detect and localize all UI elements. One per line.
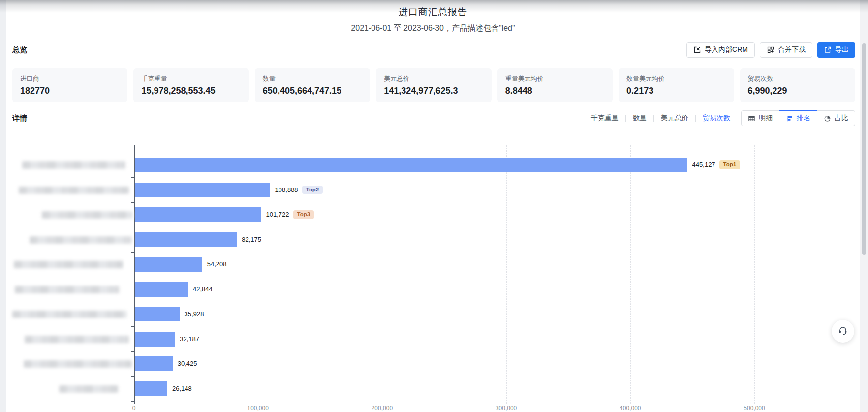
bar[interactable] xyxy=(135,307,180,321)
bar[interactable] xyxy=(135,356,173,371)
report-subtitle: 2021-06-01 至 2023-06-30，产品描述包含"led" xyxy=(6,23,860,33)
bar-value-number: 54,208 xyxy=(207,257,227,272)
bar-value-label: 82,175 xyxy=(242,232,261,247)
bar[interactable] xyxy=(135,257,202,272)
pie-icon xyxy=(824,115,831,122)
bar[interactable] xyxy=(135,282,188,297)
category-label-redacted xyxy=(15,286,119,293)
metric-tab-weight-kg[interactable]: 千克重量 xyxy=(591,114,619,123)
view-button-ranking[interactable]: 排名 xyxy=(779,110,817,126)
bar-value-label: 101,722Top3 xyxy=(266,207,314,222)
bar-value-label: 42,844 xyxy=(193,282,213,297)
merge-download-button-label: 合并下载 xyxy=(778,45,806,54)
detail-section-header: 详情 千克重量数量美元总价贸易次数 明细排名占比 xyxy=(12,109,855,127)
y-axis-tick xyxy=(131,153,134,153)
stat-card-value: 182770 xyxy=(20,86,120,96)
category-label-redacted xyxy=(14,261,123,268)
overview-section-title: 总览 xyxy=(12,45,27,55)
bar[interactable] xyxy=(135,158,687,172)
bar[interactable] xyxy=(135,232,237,247)
gridline xyxy=(754,145,755,404)
stat-card-importers: 进口商182770 xyxy=(12,68,127,102)
x-axis-tick-label: 400,000 xyxy=(620,405,641,412)
import-crm-button-label: 导入内部CRM xyxy=(705,45,748,54)
y-axis-tick xyxy=(131,177,134,178)
category-label-redacted xyxy=(25,336,129,343)
category-label-redacted xyxy=(22,161,125,169)
report-content: 进口商汇总报告 2021-06-01 至 2023-06-30，产品描述包含"l… xyxy=(6,0,860,412)
tab-divider xyxy=(653,115,654,122)
stat-card-label: 数量 xyxy=(263,74,362,83)
stat-card-label: 数量美元均价 xyxy=(626,74,726,83)
report-header: 进口商汇总报告 2021-06-01 至 2023-06-30，产品描述包含"l… xyxy=(6,6,860,33)
merge-download-button[interactable]: 合并下载 xyxy=(760,42,812,58)
y-axis-tick xyxy=(131,227,134,227)
top-rank-badge: Top3 xyxy=(293,210,314,219)
y-axis-tick xyxy=(131,351,134,352)
import-icon xyxy=(693,46,701,54)
metric-tab-trade-count[interactable]: 贸易次数 xyxy=(703,114,730,123)
stat-card-trade-count: 贸易次数6,990,229 xyxy=(740,68,855,102)
detail-controls: 千克重量数量美元总价贸易次数 明细排名占比 xyxy=(591,110,855,126)
page: 进口商汇总报告 2021-06-01 至 2023-06-30，产品描述包含"l… xyxy=(0,0,868,412)
bar[interactable] xyxy=(135,207,261,222)
stat-card-label: 美元总价 xyxy=(384,74,483,83)
view-button-detail-table[interactable]: 明细 xyxy=(741,110,779,126)
support-button[interactable] xyxy=(832,320,854,343)
scrollbar-thumb[interactable] xyxy=(862,43,866,255)
y-axis-tick xyxy=(131,376,134,377)
bar[interactable] xyxy=(135,332,175,347)
bar[interactable] xyxy=(135,381,167,396)
scrollbar-track[interactable] xyxy=(860,0,868,412)
tab-divider xyxy=(625,115,626,122)
x-axis-tick-label: 0 xyxy=(132,405,136,412)
x-axis-tick-label: 300,000 xyxy=(496,405,517,412)
bar[interactable] xyxy=(135,183,270,197)
ranking-icon xyxy=(786,115,793,122)
stat-card-weight-kg: 千克重量15,978,258,553.45 xyxy=(133,68,248,102)
category-label-redacted xyxy=(30,236,132,244)
overview-actions: 导入内部CRM合并下载导出 xyxy=(686,42,855,58)
y-axis-tick xyxy=(131,326,134,327)
y-axis-tick xyxy=(131,401,134,402)
stat-card-value: 0.2173 xyxy=(626,86,726,96)
y-axis-tick xyxy=(131,252,134,253)
bar-value-number: 108,888 xyxy=(275,183,298,197)
view-button-label: 明细 xyxy=(759,114,773,123)
trade-count-ranking-chart: 0100,000200,000300,000400,000500,000445,… xyxy=(12,138,855,412)
y-axis-tick xyxy=(131,277,134,277)
gridline xyxy=(630,145,631,404)
bar-value-number: 30,425 xyxy=(178,356,197,371)
stat-card-usd-per-kg: 重量美元均价8.8448 xyxy=(497,68,613,102)
x-axis-tick-label: 500,000 xyxy=(744,405,765,412)
top-rank-badge: Top2 xyxy=(302,186,323,194)
category-label-redacted xyxy=(19,187,129,194)
stat-card-usd-total: 美元总价141,324,977,625.3 xyxy=(376,68,491,102)
y-axis-tick xyxy=(131,302,134,302)
import-crm-button[interactable]: 导入内部CRM xyxy=(686,42,755,58)
detail-section-title: 详情 xyxy=(12,114,27,123)
stat-card-value: 15,978,258,553.45 xyxy=(141,86,241,96)
metric-tab-usd-total[interactable]: 美元总价 xyxy=(661,114,688,123)
export-icon xyxy=(824,46,832,54)
view-button-label: 排名 xyxy=(797,114,810,123)
export-button[interactable]: 导出 xyxy=(817,42,855,58)
merge-download-icon xyxy=(767,46,775,54)
top-rank-badge: Top1 xyxy=(719,160,741,169)
stat-card-label: 贸易次数 xyxy=(748,74,847,83)
view-button-share[interactable]: 占比 xyxy=(817,110,855,126)
table-icon xyxy=(748,115,755,122)
bar-value-label: 30,425 xyxy=(178,356,197,371)
metric-tab-quantity[interactable]: 数量 xyxy=(633,114,647,123)
bar-value-label: 108,888Top2 xyxy=(275,183,323,197)
bar-value-number: 101,722 xyxy=(266,207,289,222)
stat-card-label: 千克重量 xyxy=(141,74,241,83)
bar-value-number: 26,148 xyxy=(172,381,192,396)
category-label-redacted xyxy=(42,211,133,219)
stat-card-label: 进口商 xyxy=(20,74,120,83)
x-axis-tick-label: 200,000 xyxy=(372,405,393,412)
page-left-margin xyxy=(0,0,6,412)
export-button-label: 导出 xyxy=(835,45,849,54)
gridline xyxy=(382,145,382,404)
category-label-redacted xyxy=(12,311,127,318)
